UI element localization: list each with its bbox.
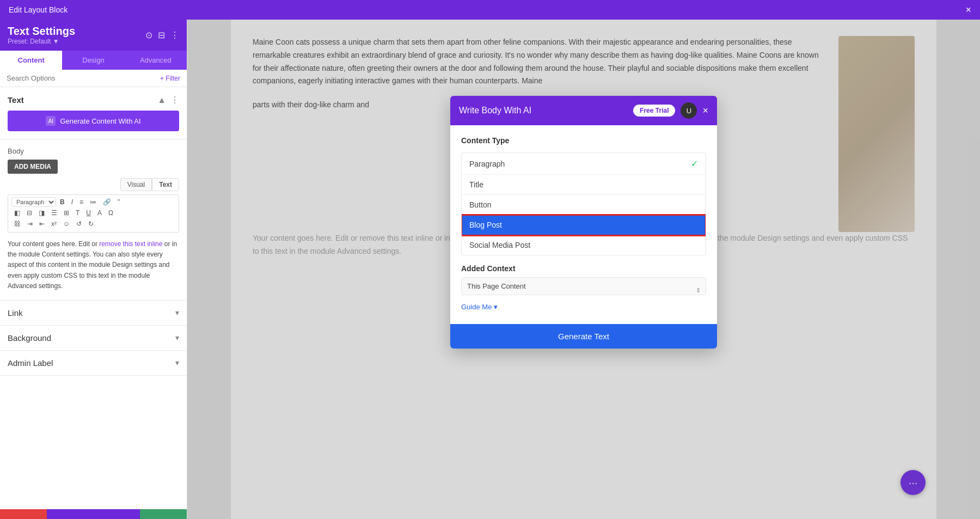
subscript-button[interactable]: x² [48,219,59,229]
link-section[interactable]: Link ▾ [0,301,187,326]
tab-design[interactable]: Design [62,51,124,70]
italic-button[interactable]: I [69,197,76,207]
generate-text-button[interactable]: Generate Text [450,324,717,349]
guide-me-button[interactable]: Guide Me ▾ [461,303,706,311]
more-options-icon[interactable]: ⋮ [170,30,179,40]
paragraph-check: ✓ [691,158,698,169]
content-type-title[interactable]: Title [462,175,706,195]
align-left-button[interactable]: ◧ [11,208,23,218]
undo-button[interactable]: ↺ [47,509,94,519]
sidebar-preset[interactable]: Preset: Default ▼ [8,38,75,45]
filter-button[interactable]: + Filter [160,75,180,82]
editor-toolbar: Paragraph B I ≡ ≔ 🔗 " ◧ ⊟ ◨ ☰ ⊞ T U [8,194,179,233]
social-media-label: Social Media Post [469,241,530,249]
columns-icon[interactable]: ⊟ [158,30,165,40]
user-avatar: U [681,102,697,119]
edit-layout-title: Edit Layout Block [9,5,68,14]
search-bar: + Filter [0,70,187,87]
admin-label-section-title: Admin Label [8,358,53,368]
ai-modal-header: Write Body With AI Free Trial U × [450,96,717,125]
tab-advanced[interactable]: Advanced [125,51,187,70]
ai-modal-body: Content Type Paragraph ✓ Title Button [450,125,717,324]
sidebar-bottom-bar: × ↺ ↻ ✓ [0,509,187,519]
sidebar: Text Settings Preset: Default ▼ ⊙ ⊟ ⋮ Co… [0,20,187,519]
generate-btn-label: Generate Content With AI [60,117,140,125]
text-section-title: Text [8,95,24,105]
admin-label-chevron-icon: ▾ [175,358,179,367]
bold-button[interactable]: B [57,197,68,207]
text-alt-button[interactable]: T [73,208,82,218]
search-input[interactable] [7,74,157,82]
text-color-button[interactable]: A [95,208,105,218]
title-label: Title [469,180,483,189]
ai-icon: AI [46,116,56,126]
body-section: Body ADD MEDIA Visual Text Paragraph B I… [0,139,187,301]
ai-modal-header-right: Free Trial U × [633,102,708,119]
cancel-button[interactable]: × [0,509,47,519]
outdent-button[interactable]: ⇤ [36,219,47,229]
align-center-button[interactable]: ⊟ [24,208,35,218]
sidebar-tabs: Content Design Advanced [0,51,187,70]
redo-btn[interactable]: ↻ [85,219,96,229]
content-type-button[interactable]: Button [462,195,706,215]
ai-modal: Write Body With AI Free Trial U × Conten… [450,96,717,349]
underline-button[interactable]: U [83,208,94,218]
redo-button[interactable]: ↻ [94,509,140,519]
align-right-button[interactable]: ◨ [36,208,47,218]
settings-icon[interactable]: ⊙ [145,30,152,40]
content-type-blog-post[interactable]: Blog Post [462,215,706,235]
paragraph-label: Paragraph [469,160,505,168]
free-trial-badge[interactable]: Free Trial [633,105,675,117]
tab-visual[interactable]: Visual [120,178,152,191]
ai-modal-title: Write Body With AI [459,106,531,115]
sidebar-header: Text Settings Preset: Default ▼ ⊙ ⊟ ⋮ [0,20,187,51]
indent-button[interactable]: ⇥ [24,219,35,229]
sidebar-header-icons: ⊙ ⊟ ⋮ [145,30,179,40]
button-label: Button [469,200,491,209]
context-select[interactable]: This Page Content [461,277,706,295]
content-type-social[interactable]: Social Media Post [462,235,706,255]
quote-button[interactable]: " [115,197,122,207]
confirm-button[interactable]: ✓ [140,509,187,519]
paragraph-select[interactable]: Paragraph [11,197,56,207]
background-section[interactable]: Background ▾ [0,326,187,351]
guide-me-chevron-icon: ▾ [494,303,498,311]
section-more-icon[interactable]: ⋮ [170,95,179,105]
admin-label-section[interactable]: Admin Label ▾ [0,351,187,376]
align-justify-button[interactable]: ☰ [48,208,60,218]
content-type-paragraph[interactable]: Paragraph ✓ [462,153,706,175]
remove-link[interactable]: remove this text inline [99,240,162,248]
add-media-button[interactable]: ADD MEDIA [8,160,58,174]
context-select-wrapper: This Page Content [461,277,706,303]
collapse-icon[interactable]: ▲ [157,95,166,105]
background-section-title: Background [8,333,51,343]
link-button[interactable]: 🔗 [100,197,114,207]
background-chevron-icon: ▾ [175,333,179,342]
undo-btn[interactable]: ↺ [74,219,84,229]
editor-content[interactable]: Your content goes here. Edit or remove t… [8,236,179,295]
table-button[interactable]: ⊞ [61,208,72,218]
content-type-label: Content Type [461,136,706,145]
link-chevron-icon: ▾ [175,308,179,317]
added-context-label: Added Context [461,264,706,273]
editor-text: Your content goes here. Edit or remove t… [8,240,177,290]
emoji-button[interactable]: ☺ [60,219,72,229]
ai-modal-footer: Generate Text [450,324,717,349]
modal-close-button[interactable]: × [702,105,708,117]
unordered-list-button[interactable]: ≡ [77,197,86,207]
ai-modal-overlay: Write Body With AI Free Trial U × Conten… [187,20,980,519]
link2-button[interactable]: ⛓ [11,219,23,229]
sidebar-module-title: Text Settings [8,25,75,38]
text-section-controls: ▲ ⋮ [157,95,179,105]
blog-post-label: Blog Post [469,221,502,229]
tab-content[interactable]: Content [0,51,62,70]
main-content: Maine Coon cats possess a unique charm t… [187,20,980,519]
tab-text[interactable]: Text [152,178,179,191]
body-label: Body [8,147,179,155]
ordered-list-button[interactable]: ≔ [87,197,99,207]
text-section: Text ▲ ⋮ AI Generate Content With AI [0,87,187,139]
title-bar-close-icon[interactable]: × [965,4,971,16]
generate-content-button[interactable]: AI Generate Content With AI [8,111,179,131]
special-char-button[interactable]: Ω [106,208,116,218]
content-type-list: Paragraph ✓ Title Button Blog Post [461,152,706,255]
